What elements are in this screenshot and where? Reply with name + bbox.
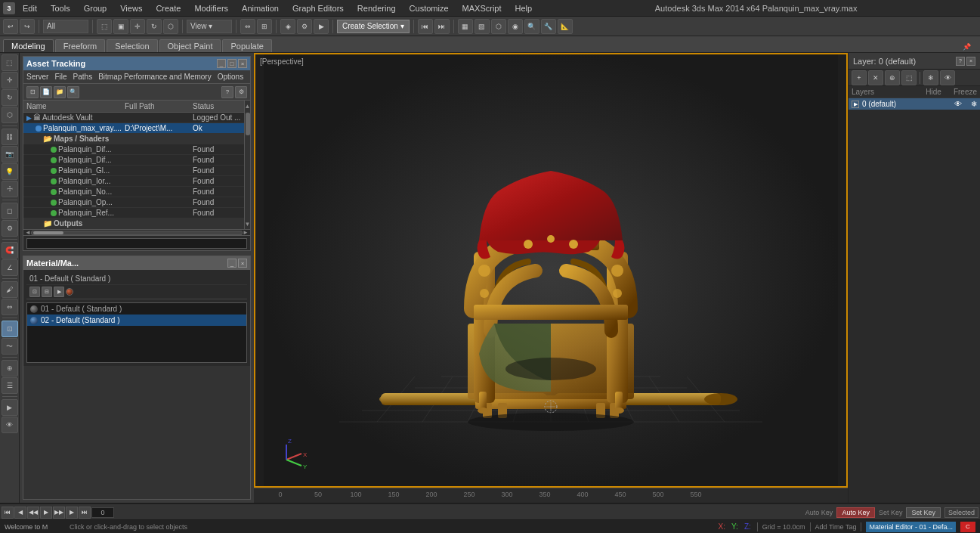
tool-track[interactable]: ⊡ <box>2 321 18 337</box>
asset-menu-options[interactable]: Options <box>218 73 243 81</box>
tl-play-backward[interactable]: ◀◀ <box>27 507 39 519</box>
tool-camera[interactable]: 📷 <box>2 146 18 163</box>
menu-customize[interactable]: Customize <box>407 2 452 14</box>
tool-rotate[interactable]: ↻ <box>2 89 18 106</box>
layer-freeze-toggle[interactable]: ❄ <box>971 100 977 108</box>
tool-shapes[interactable]: ◻ <box>2 203 18 219</box>
hscroll-thumb[interactable] <box>33 231 63 234</box>
mat-tb-1[interactable]: ⊡ <box>29 287 40 297</box>
tl-prev-frame[interactable]: ◀ <box>14 507 26 519</box>
undo-button[interactable]: ↩ <box>3 19 18 34</box>
menu-graph-editors[interactable]: Graph Editors <box>289 2 347 14</box>
render-button[interactable]: ▶ <box>314 19 329 34</box>
tl-play-forward[interactable]: ▶▶ <box>53 507 65 519</box>
rotate-button[interactable]: ↻ <box>147 19 162 34</box>
menu-views[interactable]: Views <box>117 2 145 14</box>
layer-row-0[interactable]: ▶ 0 (default) 👁 ❄ <box>849 98 980 110</box>
asset-tb-settings[interactable]: ⚙ <box>235 86 247 98</box>
material-button[interactable]: ◈ <box>280 19 295 34</box>
tab-selection[interactable]: Selection <box>107 39 157 52</box>
selection-dropdown[interactable]: All <box>43 20 88 33</box>
menu-create[interactable]: Create <box>153 2 184 14</box>
tb-btn8[interactable]: 🔧 <box>541 19 556 34</box>
menu-tools[interactable]: Tools <box>48 2 73 14</box>
asset-row-map-5[interactable]: Palanquin_Op... Found <box>23 197 244 208</box>
asset-row-map-6[interactable]: Palanquin_Ref... Found <box>23 208 244 218</box>
tool-motion[interactable]: ▶ <box>2 399 18 416</box>
asset-row-palanquin[interactable]: Palanquin_max_vray.... D:\Project\M... O… <box>23 123 244 134</box>
layer-add-sel-btn[interactable]: ⊕ <box>885 70 900 85</box>
asset-row-map-1[interactable]: Palanquin_Dif... Found <box>23 155 244 166</box>
layer-hide-btn[interactable]: 👁 <box>940 70 955 85</box>
select-button[interactable]: ⬚ <box>97 19 112 34</box>
asset-tb-help[interactable]: ? <box>221 86 233 98</box>
menu-group[interactable]: Group <box>81 2 110 14</box>
asset-menu-file[interactable]: File <box>54 73 66 81</box>
tb-btn2[interactable]: ⏭ <box>434 19 450 34</box>
tl-auto-key-btn[interactable]: Auto Key <box>836 507 875 518</box>
tool-display[interactable]: 👁 <box>2 417 18 433</box>
tl-play[interactable]: ▶ <box>40 507 52 519</box>
tl-play-start[interactable]: ⏮ <box>2 507 14 519</box>
asset-menu-bitmap[interactable]: Bitmap Performance and Memory <box>98 73 212 81</box>
tb-btn7[interactable]: 🔍 <box>524 19 539 34</box>
mat-minimize[interactable]: _ <box>227 259 236 268</box>
align-button[interactable]: ⊞ <box>257 19 272 34</box>
tool-layer[interactable]: ☰ <box>2 377 18 394</box>
tl-next-frame[interactable]: ▶ <box>66 507 78 519</box>
scale-button[interactable]: ⬡ <box>163 19 178 34</box>
view-dropdown[interactable]: View ▾ <box>187 20 232 33</box>
right-panel-close[interactable]: × <box>966 57 975 66</box>
vscroll-up[interactable]: ▲ <box>245 101 250 111</box>
menu-rendering[interactable]: Rendering <box>354 2 399 14</box>
tool-helper[interactable]: ☩ <box>2 181 18 197</box>
hscroll-left[interactable]: ◄ <box>25 229 31 236</box>
create-selection-dropdown[interactable]: Create Selection ▾ <box>337 20 410 33</box>
asset-row-vault[interactable]: ▶ 🏛 Autodesk Vault Logged Out ... <box>23 113 244 123</box>
tool-move[interactable]: ✛ <box>2 72 18 88</box>
tool-snap[interactable]: 🧲 <box>2 242 18 259</box>
layer-hide-toggle[interactable]: 👁 <box>954 100 962 108</box>
mat-item-01[interactable]: 01 - Default ( Standard ) <box>27 303 246 315</box>
render-setup-button[interactable]: ⚙ <box>297 19 312 34</box>
layer-freeze-btn[interactable]: ❄ <box>923 70 938 85</box>
tool-xref[interactable]: ⊕ <box>2 360 18 377</box>
tab-object-paint[interactable]: Object Paint <box>159 39 221 52</box>
asset-tracking-minimize[interactable]: _ <box>217 59 226 68</box>
asset-tb-3[interactable]: 📁 <box>54 86 66 98</box>
tb-btn9[interactable]: 📐 <box>558 19 573 34</box>
viewport-container[interactable]: X Y Z [Perspective] <box>254 53 848 488</box>
tl-play-end[interactable]: ⏭ <box>79 507 91 519</box>
tool-link[interactable]: ⛓ <box>2 129 18 145</box>
asset-menu-server[interactable]: Server <box>26 73 48 81</box>
asset-row-maps-group[interactable]: 📂 Maps / Shaders <box>23 134 244 144</box>
tool-paint[interactable]: 🖌 <box>2 281 18 298</box>
menu-animation[interactable]: Animation <box>239 2 282 14</box>
menu-maxscript[interactable]: MAXScript <box>459 2 505 14</box>
tab-modeling[interactable]: Modeling <box>3 39 54 52</box>
layer-select-btn[interactable]: ⬚ <box>901 70 917 85</box>
redo-button[interactable]: ↪ <box>20 19 35 34</box>
mirror-button[interactable]: ⇔ <box>240 19 255 34</box>
tool-light[interactable]: 💡 <box>2 163 18 180</box>
mat-item-02[interactable]: 02 - Default (Standard ) <box>27 315 246 326</box>
move-button[interactable]: ✛ <box>130 19 145 34</box>
asset-row-map-0[interactable]: Palanquin_Dif... Found <box>23 144 244 155</box>
layer-delete-btn[interactable]: ✕ <box>868 70 883 85</box>
asset-tb-2[interactable]: 📄 <box>40 86 52 98</box>
right-panel-help[interactable]: ? <box>956 57 965 66</box>
add-time-tag-btn[interactable]: Add Time Tag <box>815 523 857 531</box>
menu-help[interactable]: Help <box>512 2 536 14</box>
asset-row-map-3[interactable]: Palanquin_Ior... Found <box>23 176 244 187</box>
asset-row-map-4[interactable]: Palanquin_No... Found <box>23 187 244 197</box>
clip2net-icon[interactable]: C <box>960 522 975 532</box>
tool-mirror[interactable]: ⇔ <box>2 299 18 315</box>
asset-tracking-close[interactable]: × <box>238 59 247 68</box>
mat-tb-3[interactable]: ▶ <box>54 287 64 297</box>
mat-close[interactable]: × <box>238 259 247 268</box>
hscroll-right[interactable]: ► <box>243 229 249 236</box>
menu-edit[interactable]: Edit <box>20 2 40 14</box>
asset-tracking-maximize[interactable]: □ <box>227 59 236 68</box>
menu-modifiers[interactable]: Modifiers <box>191 2 231 14</box>
tool-select[interactable]: ⬚ <box>2 54 18 71</box>
